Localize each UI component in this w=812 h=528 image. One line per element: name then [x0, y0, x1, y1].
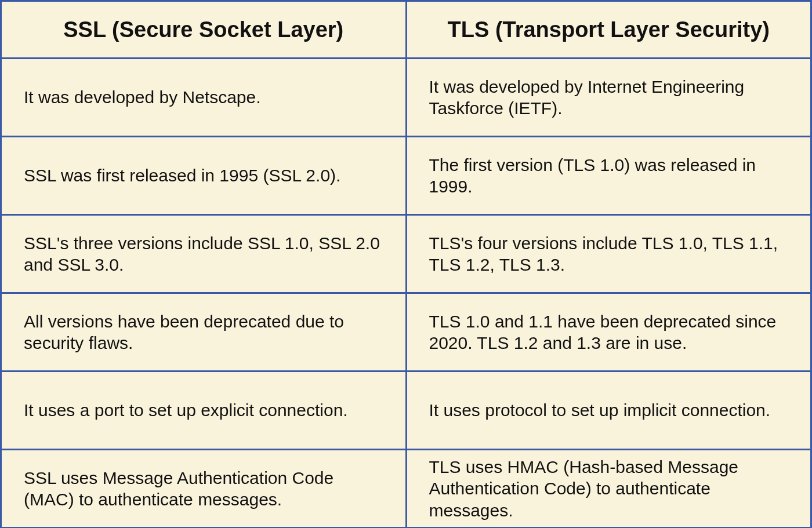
cell-tls: TLS's four versions include TLS 1.0, TLS… — [406, 215, 811, 293]
cell-tls: The first version (TLS 1.0) was released… — [406, 137, 811, 215]
cell-tls: TLS uses HMAC (Hash-based Message Authen… — [406, 450, 811, 528]
table-row: It was developed by Netscape. It was dev… — [1, 59, 811, 137]
table-row: SSL was first released in 1995 (SSL 2.0)… — [1, 137, 811, 215]
cell-ssl: SSL's three versions include SSL 1.0, SS… — [1, 215, 407, 293]
table-row: SSL uses Message Authentication Code (MA… — [1, 450, 811, 528]
comparison-table: SSL (Secure Socket Layer) TLS (Transport… — [0, 0, 812, 528]
cell-ssl: It uses a port to set up explicit connec… — [1, 372, 407, 450]
comparison-table-container: SSL (Secure Socket Layer) TLS (Transport… — [0, 0, 812, 528]
column-header-tls: TLS (Transport Layer Security) — [406, 1, 811, 59]
cell-ssl: All versions have been deprecated due to… — [1, 293, 407, 372]
cell-tls: TLS 1.0 and 1.1 have been deprecated sin… — [406, 293, 811, 372]
table-row: SSL's three versions include SSL 1.0, SS… — [1, 215, 811, 293]
cell-tls: It was developed by Internet Engineering… — [406, 59, 811, 137]
cell-ssl: SSL uses Message Authentication Code (MA… — [1, 450, 407, 528]
cell-tls: It uses protocol to set up implicit conn… — [406, 372, 811, 450]
cell-ssl: SSL was first released in 1995 (SSL 2.0)… — [1, 137, 407, 215]
cell-ssl: It was developed by Netscape. — [1, 59, 407, 137]
table-row: All versions have been deprecated due to… — [1, 293, 811, 372]
table-header-row: SSL (Secure Socket Layer) TLS (Transport… — [1, 1, 811, 59]
table-row: It uses a port to set up explicit connec… — [1, 372, 811, 450]
column-header-ssl: SSL (Secure Socket Layer) — [1, 1, 407, 59]
